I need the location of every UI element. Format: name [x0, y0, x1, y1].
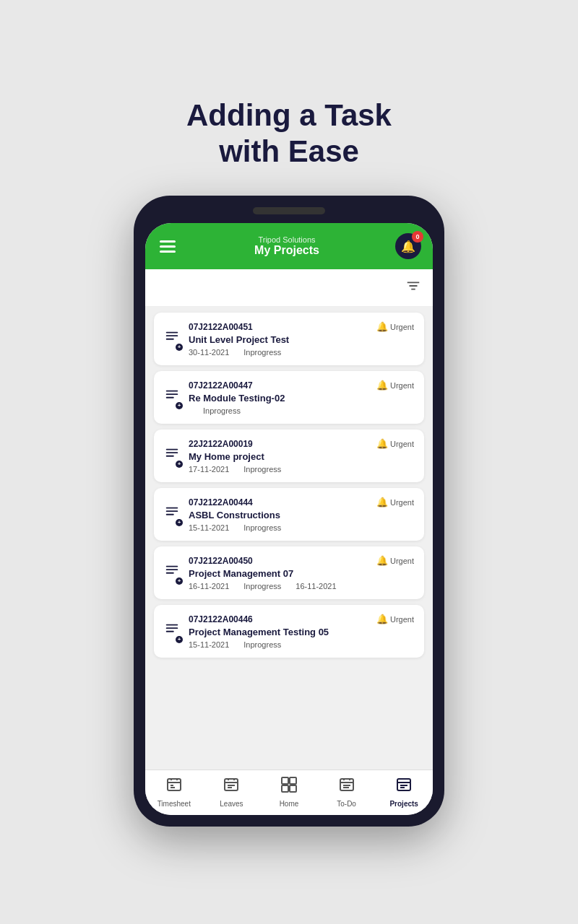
urgent-bell-4: 🔔 [376, 555, 388, 566]
project-name-4: Project Management 07 [189, 568, 414, 579]
nav-item-timesheet[interactable]: Timesheet [156, 776, 192, 808]
nav-item-projects[interactable]: Projects [386, 776, 422, 808]
leaves-icon [223, 776, 240, 797]
project-name-1: Re Module Testing-02 [189, 393, 414, 404]
svg-rect-2 [166, 339, 174, 340]
svg-rect-4 [166, 393, 178, 395]
header-title: Tripod Solutions My Projects [178, 235, 395, 257]
urgent-badge-5: 🔔 Urgent [376, 614, 414, 624]
add-badge-4: + [176, 578, 183, 585]
svg-rect-9 [166, 507, 178, 509]
svg-rect-11 [166, 514, 174, 515]
urgent-bell-0: 🔔 [376, 321, 388, 332]
project-card-top-0: 07J2122A00451 🔔 Urgent [189, 321, 414, 332]
headline: Adding a Task with Ease [186, 97, 392, 170]
project-meta-4: 16-11-2021 Inprogress 16-11-2021 [189, 582, 414, 590]
project-id-3: 07J2122A00444 [189, 497, 253, 507]
table-row[interactable]: + 07J2122A00446 🔔 Urgent Project Managem… [154, 605, 424, 658]
svg-rect-18 [168, 779, 181, 790]
project-icon-4: + [164, 563, 180, 583]
svg-rect-13 [166, 569, 178, 570]
svg-rect-0 [166, 332, 178, 334]
urgent-bell-1: 🔔 [376, 380, 388, 391]
add-badge-1: + [176, 402, 183, 409]
nav-item-todo[interactable]: To-Do [329, 776, 365, 808]
project-id-5: 07J2122A00446 [189, 614, 253, 624]
add-badge-5: + [176, 636, 183, 643]
table-row[interactable]: + 07J2122A00450 🔔 Urgent Project Managem… [154, 546, 424, 599]
svg-rect-23 [290, 785, 296, 792]
nav-item-home[interactable]: Home [271, 776, 307, 808]
urgent-bell-5: 🔔 [376, 614, 388, 624]
project-id-4: 07J2122A00450 [189, 556, 253, 566]
project-status-1: Inprogress [203, 406, 241, 415]
nav-item-leaves[interactable]: Leaves [213, 776, 249, 808]
project-icon-5: + [164, 622, 180, 642]
urgent-label-5: Urgent [390, 615, 414, 624]
project-name-0: Unit Level Project Test [189, 334, 414, 345]
table-row[interactable]: + 07J2122A00451 🔔 Urgent Unit Level Proj… [154, 313, 424, 365]
phone-shell: Tripod Solutions My Projects 🔔 0 [134, 196, 444, 827]
project-meta-1: Inprogress [189, 406, 414, 415]
bottom-nav: Timesheet Leaves [145, 770, 433, 815]
svg-rect-1 [166, 335, 178, 336]
projects-icon [395, 776, 413, 797]
svg-rect-3 [166, 391, 178, 392]
project-name-2: My Home project [189, 451, 414, 462]
urgent-label-2: Urgent [390, 440, 414, 448]
project-id-0: 07J2122A00451 [189, 322, 253, 332]
project-status-3: Inprogress [243, 523, 281, 532]
project-icon-2: + [164, 446, 180, 466]
table-row[interactable]: + 07J2122A00444 🔔 Urgent ASBL Constructi… [154, 488, 424, 541]
svg-rect-10 [166, 510, 178, 512]
project-name-5: Project Management Testing 05 [189, 627, 414, 637]
page-wrapper: Adding a Task with Ease Tripod Solutions… [0, 69, 578, 856]
project-status-0: Inprogress [243, 348, 281, 357]
project-date-2: 17-11-2021 [189, 465, 229, 474]
project-card-top-1: 07J2122A00447 🔔 Urgent [189, 380, 414, 391]
project-card-top-4: 07J2122A00450 🔔 Urgent [189, 555, 414, 566]
nav-label-home: Home [280, 800, 299, 808]
project-card-content-0: 07J2122A00451 🔔 Urgent Unit Level Projec… [189, 321, 414, 357]
svg-rect-7 [166, 452, 178, 453]
project-list: + 07J2122A00451 🔔 Urgent Unit Level Proj… [145, 307, 433, 770]
phone-notch [253, 207, 325, 214]
project-meta-5: 15-11-2021 Inprogress [189, 640, 414, 649]
home-icon [280, 776, 298, 797]
hamburger-menu[interactable] [157, 237, 178, 256]
filter-bar [145, 269, 433, 307]
project-status-5: Inprogress [243, 640, 281, 649]
urgent-label-0: Urgent [390, 323, 414, 331]
project-icon-0: + [164, 329, 180, 349]
table-row[interactable]: + 22J2122A00019 🔔 Urgent My Home project [154, 430, 424, 482]
urgent-badge-2: 🔔 Urgent [376, 438, 414, 449]
nav-label-leaves: Leaves [220, 800, 243, 808]
project-card-top-3: 07J2122A00444 🔔 Urgent [189, 497, 414, 507]
notification-button[interactable]: 🔔 0 [395, 233, 421, 259]
project-id-1: 07J2122A00447 [189, 380, 253, 391]
headline-line2: with Ease [219, 134, 359, 168]
urgent-label-3: Urgent [390, 498, 414, 507]
project-card-content-4: 07J2122A00450 🔔 Urgent Project Managemen… [189, 555, 414, 590]
svg-rect-12 [166, 566, 178, 567]
project-icon-1: + [164, 388, 180, 408]
project-icon-3: + [164, 505, 180, 525]
project-meta-2: 17-11-2021 Inprogress [189, 465, 414, 474]
urgent-bell-2: 🔔 [376, 438, 388, 449]
project-card-top-5: 07J2122A00446 🔔 Urgent [189, 614, 414, 624]
project-date-4: 16-11-2021 [189, 582, 229, 590]
app-header: Tripod Solutions My Projects 🔔 0 [145, 223, 433, 269]
urgent-badge-4: 🔔 Urgent [376, 555, 414, 566]
project-id-2: 22J2122A00019 [189, 439, 253, 449]
page-title: My Projects [178, 244, 395, 257]
svg-rect-20 [282, 777, 288, 784]
nav-label-todo: To-Do [337, 800, 356, 808]
urgent-badge-3: 🔔 Urgent [376, 497, 414, 507]
svg-rect-14 [166, 572, 174, 574]
project-meta-3: 15-11-2021 Inprogress [189, 523, 414, 532]
table-row[interactable]: + 07J2122A00447 🔔 Urgent Re Module Testi… [154, 371, 424, 424]
filter-icon[interactable] [405, 278, 421, 297]
svg-rect-16 [166, 627, 178, 629]
svg-rect-6 [166, 449, 178, 450]
urgent-label-1: Urgent [390, 381, 414, 390]
